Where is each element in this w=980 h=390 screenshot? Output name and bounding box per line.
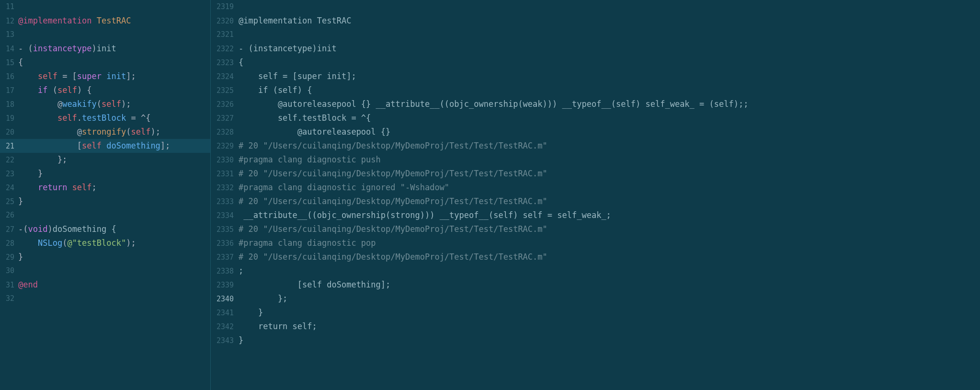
code-line[interactable]: 25} <box>0 195 210 208</box>
code-line[interactable]: 2320@implementation TestRAC <box>211 14 980 28</box>
code-content: @autoreleasepool {} __attribute__((objc_… <box>239 97 980 111</box>
line-number: 2324 <box>211 70 239 84</box>
code-line[interactable]: 23 } <box>0 167 210 181</box>
code-line[interactable]: 14- (instancetype)init <box>0 42 210 56</box>
code-line[interactable]: 19 self.testBlock = ^{ <box>0 111 210 125</box>
code-line[interactable]: 30 <box>0 264 210 278</box>
code-content: { <box>239 56 980 69</box>
code-line[interactable]: 17 if (self) { <box>0 83 210 97</box>
code-line[interactable]: 2321 <box>211 28 980 42</box>
code-content: if (self) { <box>239 83 980 97</box>
line-number: 23 <box>0 167 18 181</box>
code-line[interactable]: 2319 <box>211 0 980 14</box>
code-line[interactable]: 21 [self doSomething]; <box>0 139 210 153</box>
code-line[interactable]: 2328 @autoreleasepool {} <box>211 125 980 139</box>
code-line[interactable]: 2335# 20 "/Users/cuilanqing/Desktop/MyDe… <box>211 222 980 236</box>
line-number: 2335 <box>211 223 239 237</box>
line-number: 26 <box>0 208 18 222</box>
code-line[interactable]: 29} <box>0 250 210 264</box>
line-number: 19 <box>0 112 18 126</box>
code-content: } <box>18 167 210 181</box>
line-number: 2343 <box>211 334 239 348</box>
code-line[interactable]: 20 @strongify(self); <box>0 125 210 139</box>
line-number: 13 <box>0 28 18 42</box>
line-number: 14 <box>0 42 18 56</box>
line-number: 2337 <box>211 251 239 264</box>
line-number: 2328 <box>211 126 239 139</box>
code-content: -(void)doSomething { <box>18 222 210 236</box>
code-line[interactable]: 13 <box>0 28 210 42</box>
editor-pane-right[interactable]: 23192320@implementation TestRAC23212322-… <box>211 0 980 390</box>
code-line[interactable]: 2334 __attribute__((objc_ownership(stron… <box>211 208 980 222</box>
line-number: 2336 <box>211 237 239 251</box>
code-content: self = [super init]; <box>18 69 210 83</box>
code-line[interactable]: 2339 [self doSomething]; <box>211 278 980 292</box>
code-line[interactable]: 32 <box>0 292 210 306</box>
code-line[interactable]: 2325 if (self) { <box>211 83 980 97</box>
line-number: 27 <box>0 223 18 237</box>
code-line[interactable]: 2342 return self; <box>211 320 980 333</box>
code-content: # 20 "/Users/cuilanqing/Desktop/MyDemoPr… <box>239 222 980 236</box>
code-line[interactable]: 2327 self.testBlock = ^{ <box>211 111 980 125</box>
code-content: } <box>239 306 980 320</box>
code-content: - (instancetype)init <box>239 42 980 56</box>
code-line[interactable]: 22 }; <box>0 153 210 167</box>
code-line[interactable]: 11 <box>0 0 210 14</box>
code-content: self.testBlock = ^{ <box>239 111 980 125</box>
code-content: }; <box>18 153 210 167</box>
code-content: # 20 "/Users/cuilanqing/Desktop/MyDemoPr… <box>239 139 980 153</box>
line-number: 2338 <box>211 264 239 278</box>
line-number: 22 <box>0 153 18 167</box>
line-number: 16 <box>0 70 18 84</box>
line-number: 2340 <box>211 292 239 306</box>
code-content: self.testBlock = ^{ <box>18 111 210 125</box>
line-number: 2327 <box>211 112 239 126</box>
code-line[interactable]: 2330#pragma clang diagnostic push <box>211 153 980 167</box>
line-number: 17 <box>0 84 18 98</box>
code-content: return self; <box>18 181 210 195</box>
code-line[interactable]: 12@implementation TestRAC <box>0 14 210 28</box>
code-line[interactable]: 2333# 20 "/Users/cuilanqing/Desktop/MyDe… <box>211 195 980 208</box>
line-number: 2329 <box>211 139 239 153</box>
line-number: 2321 <box>211 28 239 42</box>
code-line[interactable]: 2340 }; <box>211 292 980 306</box>
code-line[interactable]: 31@end <box>0 278 210 292</box>
code-line[interactable]: 15{ <box>0 56 210 69</box>
code-line[interactable]: 27-(void)doSomething { <box>0 222 210 236</box>
code-content: } <box>18 195 210 208</box>
editor-pane-left[interactable]: 1112@implementation TestRAC1314- (instan… <box>0 0 211 390</box>
code-line[interactable]: 2331# 20 "/Users/cuilanqing/Desktop/MyDe… <box>211 167 980 181</box>
code-content: #pragma clang diagnostic ignored "-Wshad… <box>239 181 980 195</box>
code-line[interactable]: 2329# 20 "/Users/cuilanqing/Desktop/MyDe… <box>211 139 980 153</box>
code-line[interactable]: 2336#pragma clang diagnostic pop <box>211 236 980 250</box>
code-line[interactable]: 18 @weakify(self); <box>0 97 210 111</box>
code-content: @end <box>18 278 210 292</box>
code-line[interactable]: 28 NSLog(@"testBlock"); <box>0 236 210 250</box>
code-line[interactable]: 2323{ <box>211 56 980 69</box>
code-content: }; <box>239 292 980 306</box>
code-line[interactable]: 2343} <box>211 333 980 347</box>
code-line[interactable]: 2341 } <box>211 306 980 320</box>
line-number: 2333 <box>211 195 239 209</box>
code-line[interactable]: 16 self = [super init]; <box>0 69 210 83</box>
line-number: 28 <box>0 237 18 251</box>
line-number: 2330 <box>211 153 239 167</box>
code-content: if (self) { <box>18 83 210 97</box>
code-line[interactable]: 26 <box>0 208 210 222</box>
code-content: __attribute__((objc_ownership(strong))) … <box>239 208 980 222</box>
code-line[interactable]: 2332#pragma clang diagnostic ignored "-W… <box>211 181 980 195</box>
code-content: [self doSomething]; <box>239 278 980 292</box>
code-content: # 20 "/Users/cuilanqing/Desktop/MyDemoPr… <box>239 250 980 264</box>
code-content: } <box>18 250 210 264</box>
code-line[interactable]: 2337# 20 "/Users/cuilanqing/Desktop/MyDe… <box>211 250 980 264</box>
code-line[interactable]: 2326 @autoreleasepool {} __attribute__((… <box>211 97 980 111</box>
code-line[interactable]: 2322- (instancetype)init <box>211 42 980 56</box>
code-content: { <box>18 56 210 69</box>
code-line[interactable]: 2338; <box>211 264 980 278</box>
code-line[interactable]: 2324 self = [super init]; <box>211 69 980 83</box>
code-content: } <box>239 333 980 347</box>
code-content: # 20 "/Users/cuilanqing/Desktop/MyDemoPr… <box>239 167 980 181</box>
code-content: @implementation TestRAC <box>18 14 210 28</box>
code-line[interactable]: 24 return self; <box>0 181 210 195</box>
line-number: 21 <box>0 139 18 153</box>
